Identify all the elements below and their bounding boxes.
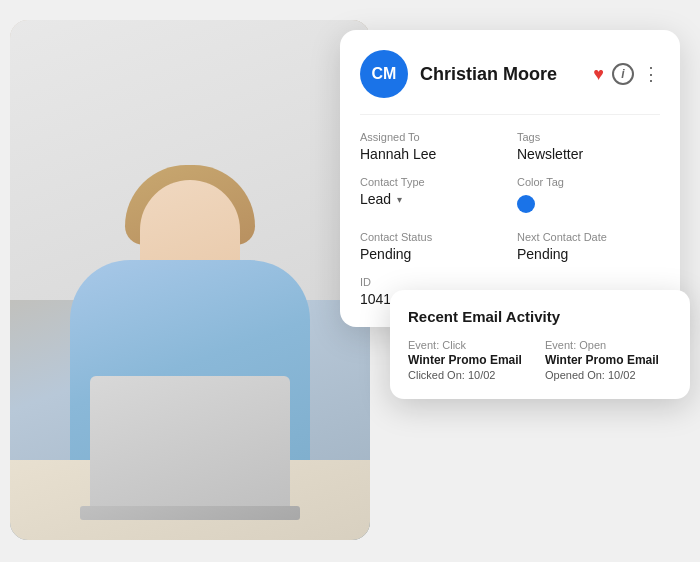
chevron-down-icon: ▾ [397,194,402,205]
email-activity-card: Recent Email Activity Event: Click Winte… [390,290,690,399]
next-contact-date-label: Next Contact Date [517,231,660,243]
email-event-open: Event: Open Winter Promo Email Opened On… [545,339,672,381]
card-header: CM Christian Moore ♥ i ⋮ [360,50,660,115]
email-events: Event: Click Winter Promo Email Clicked … [408,339,672,381]
more-options-icon[interactable]: ⋮ [642,63,660,85]
contact-type-field: Contact Type Lead ▾ [360,176,503,217]
background-photo [10,20,370,540]
event1-type: Event: Click [408,339,535,351]
event1-email-name: Winter Promo Email [408,353,535,367]
info-icon[interactable]: i [612,63,634,85]
color-tag-label: Color Tag [517,176,660,188]
contact-type-value: Lead [360,191,391,207]
contact-card: CM Christian Moore ♥ i ⋮ Assigned To Han… [340,30,680,327]
tags-field: Tags Newsletter [517,131,660,162]
contact-type-dropdown[interactable]: Lead ▾ [360,191,503,207]
tags-value: Newsletter [517,146,660,162]
next-contact-date-field: Next Contact Date Pending [517,231,660,262]
event2-type: Event: Open [545,339,672,351]
event1-detail: Clicked On: 10/02 [408,369,535,381]
favorite-icon[interactable]: ♥ [593,64,604,85]
contact-name: Christian Moore [420,64,593,85]
avatar: CM [360,50,408,98]
event2-email-name: Winter Promo Email [545,353,672,367]
email-activity-title: Recent Email Activity [408,308,672,325]
next-contact-date-value: Pending [517,246,660,262]
color-tag-dot[interactable] [517,195,535,213]
assigned-to-label: Assigned To [360,131,503,143]
id-label: ID [360,276,503,288]
contact-status-label: Contact Status [360,231,503,243]
email-event-click: Event: Click Winter Promo Email Clicked … [408,339,535,381]
event2-detail: Opened On: 10/02 [545,369,672,381]
assigned-to-value: Hannah Lee [360,146,503,162]
contact-status-field: Contact Status Pending [360,231,503,262]
header-actions: ♥ i ⋮ [593,63,660,85]
contact-status-value: Pending [360,246,503,262]
card-fields: Assigned To Hannah Lee Tags Newsletter C… [360,131,660,307]
contact-type-label: Contact Type [360,176,503,188]
assigned-to-field: Assigned To Hannah Lee [360,131,503,162]
color-tag-field: Color Tag [517,176,660,217]
tags-label: Tags [517,131,660,143]
